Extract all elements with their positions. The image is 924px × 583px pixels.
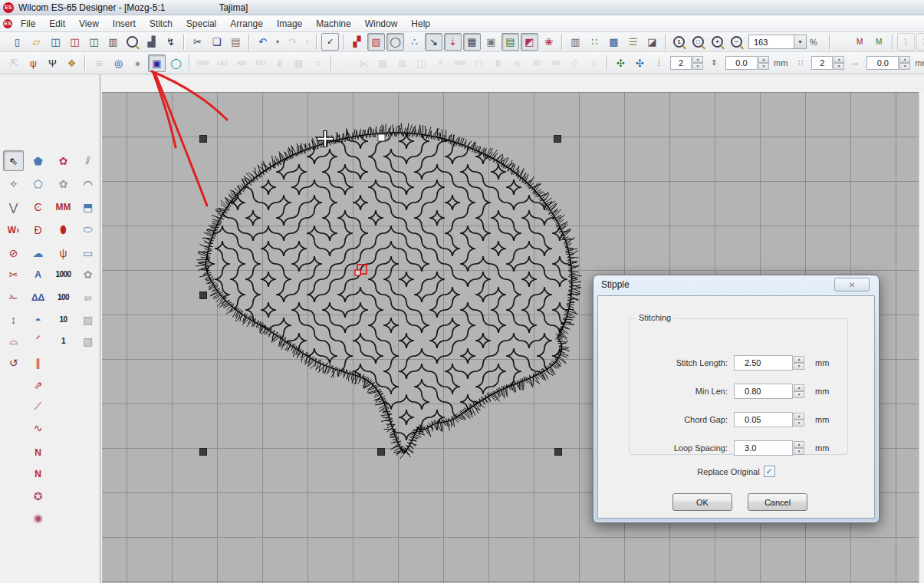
menu-arrange[interactable]: Arrange bbox=[223, 17, 270, 31]
color-palette-button[interactable]: ▩ bbox=[605, 33, 623, 51]
field-spinner[interactable]: ▲▼ bbox=[794, 384, 804, 398]
field-spinner[interactable]: ▲▼ bbox=[794, 441, 804, 455]
save-button[interactable]: ◫ bbox=[47, 33, 64, 51]
menu-file[interactable]: File bbox=[14, 17, 42, 31]
scale-10-tool[interactable]: 10 bbox=[53, 309, 74, 330]
save-to-machine-button[interactable]: ◫ bbox=[66, 33, 84, 51]
spinner-buttons[interactable]: ▲▼ bbox=[899, 56, 910, 70]
show-grid-toggle[interactable]: ▦ bbox=[463, 33, 481, 51]
applique-2-tool[interactable]: ◓ bbox=[28, 309, 48, 330]
menu-edit[interactable]: Edit bbox=[42, 17, 72, 31]
zoom-box-button[interactable]: □ bbox=[689, 33, 707, 51]
numeric-input[interactable]: 0.0 bbox=[866, 56, 899, 70]
back-run-tool[interactable]: ⇗ bbox=[28, 374, 48, 395]
select-tool[interactable]: ⇖ bbox=[3, 150, 24, 171]
arc-tool[interactable]: ◠ bbox=[77, 173, 98, 194]
connect-machine-button[interactable]: ↯ bbox=[162, 33, 179, 51]
window-menu-icon[interactable]: ES bbox=[3, 19, 12, 28]
cut-button[interactable]: ✂ bbox=[189, 33, 206, 51]
rectangle-tool[interactable]: ▭ bbox=[77, 242, 98, 263]
show-connectors-toggle[interactable]: ↘ bbox=[425, 33, 442, 51]
stipple-fill-button[interactable]: ▣ bbox=[148, 54, 166, 72]
stem-run-tool[interactable]: ⟋ bbox=[28, 396, 48, 417]
buddy-design-tool[interactable]: ΔΔ bbox=[28, 287, 48, 308]
show-image-toggle[interactable]: ▤ bbox=[501, 33, 519, 51]
stitch-patch-icon[interactable]: ▞ bbox=[348, 33, 366, 51]
ellipse-rotate-tool[interactable]: ↺ bbox=[3, 352, 24, 373]
satin-n-tool[interactable]: N bbox=[28, 463, 48, 484]
field-input[interactable]: 3.0 bbox=[734, 440, 793, 456]
measure-height-tool[interactable]: ↕ bbox=[3, 309, 24, 330]
scale-1-tool[interactable]: 1 bbox=[53, 331, 74, 351]
field-input[interactable]: 0.80 bbox=[734, 384, 793, 399]
zoom-in-button[interactable]: + bbox=[709, 33, 726, 51]
numeric-input[interactable]: 2 bbox=[670, 56, 692, 70]
binoculars-tool[interactable]: ∞ bbox=[77, 287, 98, 308]
flower-preview-button[interactable]: ❀ bbox=[540, 33, 557, 51]
open-folder-button[interactable]: ▱ bbox=[28, 33, 45, 51]
run-n-tool[interactable]: N bbox=[28, 442, 48, 463]
stitches-to-machine-button[interactable]: M bbox=[851, 33, 869, 51]
applique-tool[interactable]: ☁ bbox=[28, 242, 48, 263]
cancel-button[interactable]: Cancel bbox=[748, 493, 807, 511]
zoom-dropdown-arrow[interactable]: ▼ bbox=[794, 35, 807, 49]
satin-mm-tool[interactable]: ΜΜ bbox=[53, 196, 74, 217]
send-to-machine-button[interactable]: ▟ bbox=[143, 33, 160, 51]
show-hoop-toggle[interactable]: ▣ bbox=[482, 33, 500, 51]
zoom-out-button[interactable]: − bbox=[728, 33, 745, 51]
radial-circle-tool[interactable]: ◉ bbox=[28, 507, 48, 528]
undo-button[interactable]: ↶ bbox=[254, 33, 271, 51]
row-offset-icon[interactable]: ⇕ bbox=[705, 54, 723, 72]
satin-arrow-tool[interactable]: W› bbox=[3, 219, 24, 240]
needle-drop-tool[interactable]: ψ bbox=[53, 242, 74, 263]
color-blend-tool[interactable]: ✿ bbox=[53, 150, 74, 171]
weave-tool[interactable]: ⫽ bbox=[77, 150, 98, 171]
ellipse-tool[interactable]: ⬭ bbox=[77, 219, 98, 240]
replace-original-checkbox[interactable]: ✓ bbox=[764, 466, 775, 477]
reshape-2-tool[interactable]: ⬠ bbox=[28, 173, 48, 194]
show-stitches-toggle[interactable]: ▨ bbox=[367, 33, 385, 51]
zigzag-run-tool[interactable]: ∿ bbox=[28, 417, 48, 438]
slow-redraw-button[interactable]: ∷ bbox=[586, 33, 603, 51]
polygon-select-tool[interactable]: ✧ bbox=[3, 173, 24, 194]
rows-icon[interactable]: ⋮ bbox=[650, 54, 668, 72]
thread-colors-button[interactable]: ☰ bbox=[624, 33, 642, 51]
columns-icon[interactable]: ∷ bbox=[791, 54, 809, 72]
run-stitch-tool[interactable]: ⸍ bbox=[28, 331, 48, 351]
field-input[interactable]: 2.50 bbox=[734, 355, 793, 371]
new-document-button[interactable]: ▯ bbox=[8, 33, 26, 51]
numeric-input[interactable]: 0.0 bbox=[725, 56, 758, 70]
design-properties-button[interactable]: ◪ bbox=[643, 33, 661, 51]
dialog-close-button[interactable]: ✕ bbox=[834, 278, 870, 292]
spinner-buttons[interactable]: ▲▼ bbox=[692, 56, 703, 70]
auto-apply-button[interactable]: ✓ bbox=[321, 33, 339, 51]
outline-design-button[interactable]: ◯ bbox=[167, 54, 185, 72]
scale-1000-tool[interactable]: 1000 bbox=[53, 264, 74, 285]
menu-image[interactable]: Image bbox=[270, 17, 309, 31]
contour-offset-button[interactable]: ◎ bbox=[110, 54, 127, 72]
menu-machine[interactable]: Machine bbox=[309, 17, 357, 31]
mirror-merge-v-button[interactable]: ✣ bbox=[631, 54, 649, 72]
fan-tool[interactable]: ⌓ bbox=[3, 331, 24, 351]
stitch-angle-tool[interactable]: ⊘ bbox=[3, 242, 24, 263]
cut-needle-tool[interactable]: ✁ bbox=[3, 287, 24, 308]
field-spinner[interactable]: ▲▼ bbox=[794, 356, 804, 370]
image-frame-button[interactable]: ▥ bbox=[567, 33, 584, 51]
column-tool[interactable]: ⬮ bbox=[53, 219, 74, 240]
star-circle-tool[interactable]: ✪ bbox=[28, 486, 48, 506]
undo-dropdown[interactable]: ▾ bbox=[273, 33, 282, 51]
menu-stitch[interactable]: Stitch bbox=[143, 17, 179, 31]
menu-window[interactable]: Window bbox=[358, 17, 405, 31]
needle-detail-button[interactable]: Ψ bbox=[44, 54, 61, 72]
penetrations-button[interactable]: ψ bbox=[25, 54, 42, 72]
menu-insert[interactable]: Insert bbox=[106, 17, 143, 31]
scale-100-tool[interactable]: 100 bbox=[53, 287, 74, 308]
print-button[interactable]: ▥ bbox=[104, 33, 122, 51]
color-circle-button[interactable]: ● bbox=[129, 54, 146, 72]
show-needle-points-toggle[interactable]: ∴ bbox=[406, 33, 423, 51]
complex-fill-tool[interactable]: ⬒ bbox=[77, 196, 98, 217]
numeric-input[interactable]: 2 bbox=[811, 56, 833, 70]
reshape-nodes-button[interactable]: ❖ bbox=[63, 54, 81, 72]
show-outlines-toggle[interactable]: ◯ bbox=[386, 33, 404, 51]
lettering-tool[interactable]: A bbox=[28, 264, 48, 285]
